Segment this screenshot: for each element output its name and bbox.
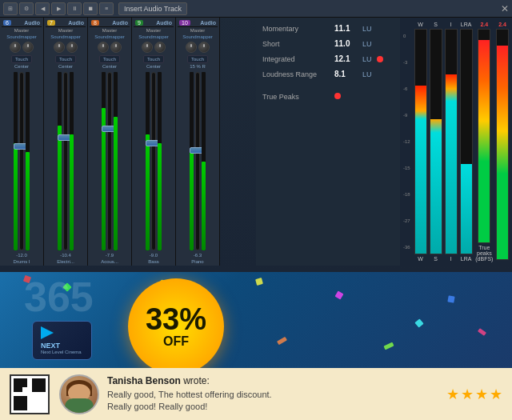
vu-bar-i	[445, 29, 458, 254]
ch-vol-3: -7.9	[106, 253, 114, 258]
ch-center-3: Center	[102, 64, 117, 69]
product-card: NEXT Next Level Cinema	[32, 321, 92, 360]
author-name: Tanisha Benson	[107, 375, 181, 386]
ch-device-5: Soundmapper	[178, 34, 218, 39]
ch-header-5: 10 Audio	[178, 19, 218, 27]
ch-knobs-4	[142, 42, 166, 53]
ch-fader-3[interactable]	[90, 70, 130, 252]
vu-col-tp1: 2.4 True peaks (dBFS)	[475, 22, 494, 262]
vu-label-s-bottom: S	[434, 256, 438, 262]
tick-12: -12	[403, 139, 410, 144]
confetti-5	[414, 318, 423, 327]
star-1: ★	[446, 386, 459, 403]
review-line1: Really good, The hottest offering discou…	[107, 389, 438, 401]
ch-num-4: 9	[135, 20, 143, 26]
knob-pan-2[interactable]	[54, 42, 65, 53]
ch-vol-2: -10.4	[60, 253, 71, 258]
ch-name-2: Audio	[68, 20, 84, 26]
knob-pan-3[interactable]	[98, 42, 109, 53]
ch-type-3: Master	[102, 28, 117, 33]
knob-pan-5[interactable]	[186, 42, 197, 53]
tick-3: -3	[403, 60, 410, 65]
knob-pan-1[interactable]	[10, 42, 21, 53]
loudness-panel: Momentary 11.1 LU Short 11.0 LU Integrat…	[256, 18, 400, 266]
ch-touch-2[interactable]: Touch	[55, 55, 76, 63]
channel-strip-5: 10 Audio Master Soundmapper Touch 15 % R	[176, 18, 220, 266]
short-row: Short 11.0 LU	[262, 39, 394, 48]
ch-fader-5[interactable]	[178, 70, 218, 252]
badge-percent: 33%	[146, 304, 206, 334]
integrated-row: Integrated 12.1 LU	[262, 54, 394, 63]
vu-label-lra-bottom: LRA	[461, 256, 472, 262]
knob-vol-2[interactable]	[66, 42, 78, 53]
ch-name-1: Audio	[24, 20, 40, 26]
star-4: ★	[490, 386, 502, 403]
channel-strip-1: 6 Audio Master Soundmapper Touch Center	[0, 18, 44, 266]
knob-vol-1[interactable]	[22, 42, 34, 53]
knob-pan-4[interactable]	[142, 42, 153, 53]
play-icon	[41, 326, 54, 339]
true-peaks-row: True Peaks	[262, 88, 394, 102]
short-label: Short	[262, 40, 334, 48]
tick-6: -6	[403, 86, 410, 91]
knob-vol-3[interactable]	[110, 42, 122, 53]
vu-label-i-top: I	[450, 22, 452, 27]
ch-num-2: 7	[47, 20, 55, 26]
ch-label-4: Bass	[148, 259, 158, 264]
tick-15: -15	[403, 166, 410, 170]
close-button[interactable]: ✕	[501, 3, 509, 14]
range-row: Loudness Range 8.1 LU	[262, 70, 394, 78]
toolbar-btn-7[interactable]: ≡	[99, 2, 114, 15]
product-name: NEXT	[41, 342, 83, 350]
vu-col-i: I I	[445, 22, 458, 262]
tick-27: -27	[403, 218, 410, 223]
toolbar-btn-3[interactable]: ◀	[35, 2, 50, 15]
ch-touch-3[interactable]: Touch	[99, 55, 120, 63]
channels-area: 6 Audio Master Soundmapper Touch Center	[0, 18, 512, 266]
confetti-9	[478, 328, 486, 336]
ch-label-3: Acous...	[101, 259, 118, 264]
ch-fader-4[interactable]	[134, 70, 174, 252]
momentary-label: Momentary	[262, 25, 334, 33]
ch-label-2: Electri...	[57, 259, 74, 264]
insert-audio-track[interactable]: Insert Audio Track	[118, 2, 187, 15]
ch-touch-5[interactable]: Touch	[187, 55, 208, 63]
vu-col-s: S S	[430, 22, 442, 262]
reviewer-avatar	[59, 374, 99, 414]
knob-vol-4[interactable]	[154, 42, 166, 53]
ch-type-1: Master	[14, 28, 29, 33]
ch-type-4: Master	[146, 28, 161, 33]
toolbar-btn-1[interactable]: ⊞	[3, 2, 18, 15]
vu-bar-s	[430, 29, 442, 254]
toolbar-btn-2[interactable]: ⚙	[19, 2, 34, 15]
confetti-7	[384, 342, 394, 350]
ch-touch-1[interactable]: Touch	[11, 55, 32, 63]
integrated-value: 12.1	[334, 54, 362, 63]
vu-bar-lra	[460, 29, 473, 254]
vu-label-tp2-top: 2.4	[498, 22, 506, 27]
vu-label-lra-top: LRA	[461, 22, 472, 27]
vu-meters: 0 -3 -6 -9 -12 -15 -18 -27 -36 W W	[400, 18, 512, 266]
product-box: 365 NEXT Next Level Cinema	[24, 280, 96, 368]
integrated-indicator	[377, 56, 383, 62]
ch-fader-2[interactable]	[46, 70, 86, 252]
range-unit: LU	[362, 70, 372, 78]
vu-label-tp1-bottom: True peaks (dBFS)	[475, 245, 494, 262]
ch-knobs-5	[186, 42, 210, 53]
vu-label-w-top: W	[418, 22, 423, 27]
knob-vol-5[interactable]	[198, 42, 210, 53]
ch-device-3: Soundmapper	[90, 34, 130, 39]
toolbar-btn-6[interactable]: ⏹	[83, 2, 98, 15]
vu-col-tp2: 2.4	[496, 22, 509, 262]
ch-device-2: Soundmapper	[46, 34, 86, 39]
toolbar-btn-5[interactable]: ⏸	[67, 2, 82, 15]
vu-bar-w	[414, 29, 427, 254]
ch-touch-4[interactable]: Touch	[143, 55, 164, 63]
channel-strip-4: 9 Audio Master Soundmapper Touch Center	[132, 18, 176, 266]
toolbar-btn-4[interactable]: ▶	[51, 2, 66, 15]
tick-18: -18	[403, 192, 410, 197]
ch-fader-1[interactable]	[2, 70, 42, 252]
review-section: Tanisha Benson wrote: Really good, The h…	[0, 368, 512, 420]
daw-background: ⊞ ⚙ ◀ ▶ ⏸ ⏹ ≡ Insert Audio Track ✕ 6 Aud…	[0, 0, 512, 272]
tick-9: -9	[403, 113, 410, 118]
